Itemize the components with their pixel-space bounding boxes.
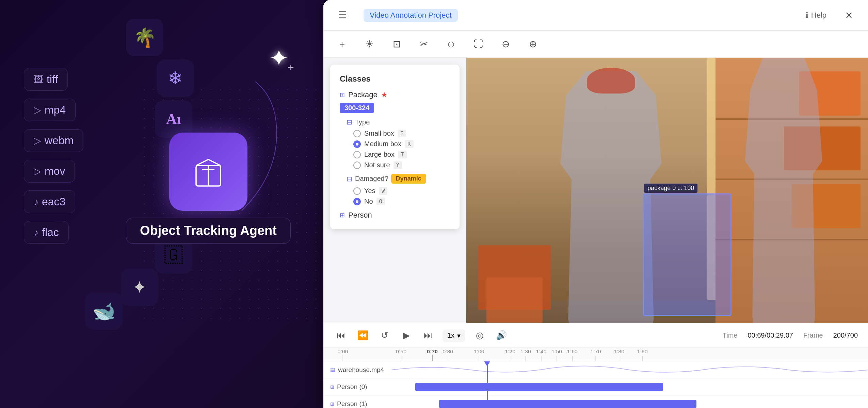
expand-button[interactable]: ⛶: [470, 36, 487, 53]
skip-forward-button[interactable]: ⏭: [421, 328, 436, 343]
menu-button[interactable]: ☰: [334, 6, 351, 24]
time-label: Time: [723, 332, 738, 339]
svg-text:0:00: 0:00: [338, 349, 348, 354]
crop-icon: ⊡: [393, 38, 401, 50]
type-collapse-icon: ⊟: [347, 118, 352, 126]
waveform-svg: [391, 361, 868, 378]
zoom-in-button[interactable]: ⊕: [524, 36, 541, 53]
left-panel: 🖼 tiff ▷ mp4 ▷ webm ▷ mov ♪ eac3 ♪ flac …: [0, 0, 374, 408]
zoom-out-button[interactable]: ⊖: [497, 36, 514, 53]
agent-label: Object Tracking Agent: [126, 218, 291, 244]
option-no[interactable]: No O: [353, 198, 450, 205]
radio-no[interactable]: [353, 198, 361, 205]
zoom-out-icon: ⊖: [502, 38, 510, 50]
classes-panel: Classes ⊞ Package ★ 300-324 ⊟ Type: [330, 65, 460, 229]
filename-label: ▤ warehouse.mp4: [323, 366, 391, 374]
add-tool-button[interactable]: +: [334, 36, 351, 53]
key-T: T: [398, 151, 407, 158]
annotation-label: package 0 c: 100: [644, 184, 697, 193]
package-annotation-box: package 0 c: 100: [643, 193, 732, 316]
svg-text:1:20: 1:20: [505, 349, 515, 354]
file-badge-eac3: ♪ eac3: [24, 190, 75, 213]
app-icon-snowflake[interactable]: ❄: [157, 60, 194, 97]
emoji-icon: ☺: [446, 39, 456, 50]
zoom-in-icon: ⊕: [529, 38, 537, 50]
track-person-0: ⊞ Person (0): [323, 378, 868, 395]
main-feature-icon: [169, 133, 247, 211]
add-icon: +: [339, 39, 345, 50]
track-icon-person-0: ⊞: [330, 384, 334, 390]
volume-button[interactable]: 🔊: [494, 328, 509, 343]
option-not-sure[interactable]: Not sure Y: [353, 161, 450, 169]
damaged-collapse-icon: ⊟: [347, 175, 352, 183]
track-content-person-0: [391, 378, 868, 395]
time-info: Time 00:69/00:29.07 Frame 200/700: [723, 332, 858, 339]
brightness-button[interactable]: ☀: [361, 36, 378, 53]
radio-medium[interactable]: [353, 140, 361, 148]
app-icon-openai[interactable]: ✦: [121, 269, 158, 306]
emoji-button[interactable]: ☺: [443, 36, 460, 53]
radio-small[interactable]: [353, 130, 361, 137]
file-badge-mov: ▷ mov: [24, 160, 75, 183]
skip-back-button[interactable]: ⏮: [334, 328, 349, 343]
svg-text:1:80: 1:80: [614, 349, 624, 354]
crop-button[interactable]: ⊡: [388, 36, 405, 53]
damaged-field-label: ⊟ Damaged? Dynamic: [347, 174, 450, 184]
track-bar-person-1[interactable]: [439, 400, 696, 408]
svg-text:1:50: 1:50: [551, 349, 562, 354]
app-icon-palm[interactable]: 🌴: [126, 19, 163, 56]
type-field-group: ⊟ Type Small box E Medium box R: [347, 118, 450, 169]
tool-icons-bar: + ☀ ⊡ ✂ ☺ ⛶ ⊖ ⊕: [323, 31, 868, 58]
package-class-item: ⊞ Package ★ 300-324 ⊟ Type Small box: [340, 90, 450, 205]
file-badge-mp4: ▷ mp4: [24, 99, 76, 121]
box-icon-svg: [188, 151, 229, 192]
loop-button[interactable]: ↺: [377, 328, 392, 343]
svg-text:0:80: 0:80: [443, 349, 453, 354]
radio-yes[interactable]: [353, 187, 361, 195]
package-header: ⊞ Package ★: [340, 90, 450, 99]
radio-large[interactable]: [353, 151, 361, 158]
close-button[interactable]: ×: [840, 6, 858, 24]
mov-icon: ▷: [34, 166, 41, 177]
time-value: 00:69/00:29.07: [748, 332, 793, 339]
sun-icon: ☀: [365, 38, 374, 50]
radio-not-sure[interactable]: [353, 162, 361, 169]
option-large-box[interactable]: Large box T: [353, 151, 450, 158]
eac3-icon: ♪: [34, 197, 38, 207]
chevron-down-icon: ▾: [457, 332, 461, 340]
timeline-area: ⏮ ⏪ ↺ ▶ ⏭ 1x ▾ ◎ 🔊 Time 00:69/00:29.07 F…: [323, 323, 868, 408]
option-yes[interactable]: Yes W: [353, 187, 450, 195]
id-badge[interactable]: 300-324: [340, 103, 374, 113]
speed-selector[interactable]: 1x ▾: [443, 329, 465, 342]
help-button[interactable]: ℹ Help: [805, 11, 826, 20]
track-bar-person-0[interactable]: [415, 383, 663, 391]
required-star: ★: [381, 90, 388, 99]
flac-icon: ♪: [34, 227, 38, 238]
app-icon-whale[interactable]: 🐋: [85, 292, 123, 330]
film-icon: ▤: [330, 367, 335, 373]
damaged-field-group: ⊟ Damaged? Dynamic Yes W No O: [347, 174, 450, 205]
app-icon-ai[interactable]: Aı: [155, 100, 192, 138]
top-toolbar: ☰ Video Annotation Project ℹ Help ×: [323, 0, 868, 31]
cut-button[interactable]: ✂: [415, 36, 432, 53]
track-container: ▤ warehouse.mp4 ⊞ Person (0): [323, 361, 868, 408]
option-small-box[interactable]: Small box E: [353, 130, 450, 137]
key-R: R: [405, 140, 414, 148]
project-tag[interactable]: Video Annotation Project: [364, 9, 458, 22]
right-panel: ☰ Video Annotation Project ℹ Help × + ☀ …: [323, 0, 868, 408]
webm-icon: ▷: [34, 135, 41, 146]
key-W: W: [379, 187, 388, 195]
tiff-icon: 🖼: [34, 74, 43, 85]
person-grid-icon: ⊞: [340, 211, 345, 219]
step-back-button[interactable]: ⏪: [355, 328, 370, 343]
track-icon-person-1: ⊞: [330, 401, 334, 407]
svg-text:1:60: 1:60: [567, 349, 578, 354]
play-button[interactable]: ▶: [399, 328, 414, 343]
target-button[interactable]: ◎: [472, 328, 487, 343]
floor-box-2: [486, 277, 543, 323]
option-medium-box[interactable]: Medium box R: [353, 140, 450, 148]
key-Y: Y: [393, 161, 402, 169]
timeline-ruler: 0:00 0:50 0:70 0:80 1:00 1:20 1:30 1:40 …: [323, 348, 868, 361]
mp4-icon: ▷: [34, 104, 41, 116]
track-person-1: ⊞ Person (1): [323, 395, 868, 408]
